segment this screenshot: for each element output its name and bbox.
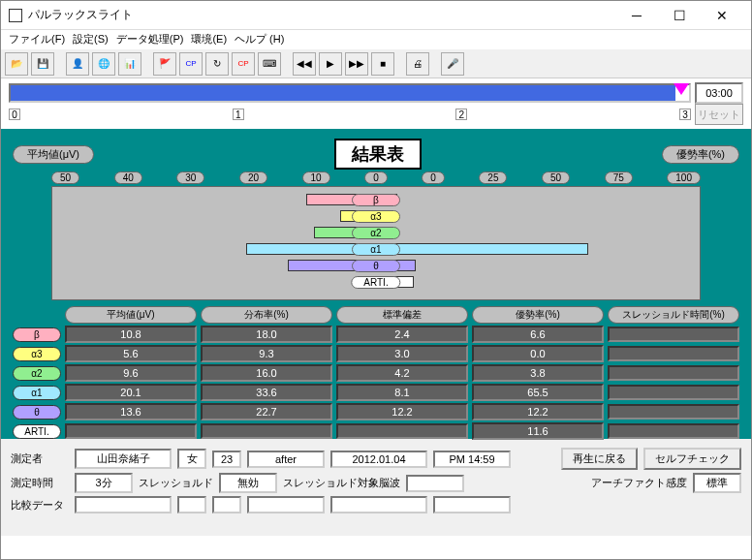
maximize-button[interactable]: ☐ (658, 2, 701, 29)
titlebar: パルラックスライト ─ ☐ ✕ (1, 1, 751, 30)
cell (608, 327, 739, 342)
stop-icon[interactable]: ■ (371, 52, 394, 76)
toolbar: 📂 💾 👤 🌐 📊 🚩 CP ↻ CP ⌨ ◀◀ ▶ ▶▶ ■ 🖨 🎤 (1, 49, 751, 78)
chart-row: θ (52, 258, 700, 273)
meas-time-label: 測定時間 (11, 476, 69, 490)
cell (608, 423, 739, 439)
menu-settings[interactable]: 設定(S) (73, 32, 109, 47)
compare-6 (433, 496, 511, 513)
chart-row: α1 (52, 241, 700, 257)
col-dom: 優勢率(%) (472, 306, 604, 324)
compare-1 (75, 496, 172, 513)
cell (608, 404, 739, 420)
open-icon[interactable]: 📂 (5, 52, 28, 76)
row-label: ARTI. (13, 424, 61, 439)
forward-icon[interactable]: ▶▶ (345, 52, 368, 76)
progress-bar[interactable] (9, 83, 691, 103)
cell: 16.0 (201, 364, 332, 382)
cell: 10.8 (65, 326, 197, 343)
name-field: 山田奈緒子 (75, 449, 172, 469)
chart-row: β (52, 192, 700, 207)
axis-row: 50 40 30 20 10 0 0 25 50 75 100 (13, 171, 739, 184)
menu-help[interactable]: ヘルプ (H) (235, 32, 284, 47)
print-icon[interactable]: 🖨 (406, 52, 429, 76)
cp1-icon[interactable]: CP (179, 52, 203, 76)
cell: 9.6 (65, 364, 197, 382)
progress-marker[interactable] (674, 83, 689, 95)
band-label: α3 (352, 210, 400, 223)
tick-2: 2 (455, 109, 467, 120)
table-row: α120.133.68.165.5 (13, 384, 739, 401)
main-area: 平均値(μV) 結果表 優勢率(%) 50 40 30 20 10 0 0 25… (1, 129, 751, 439)
bar-dom (376, 243, 588, 255)
table-row: ARTI.11.6 (13, 422, 739, 440)
compare-3 (212, 496, 241, 513)
cell: 65.5 (472, 384, 604, 401)
rewind-icon[interactable]: ◀◀ (293, 52, 316, 76)
avg-header: 平均値(μV) (13, 145, 94, 164)
chart-row: ARTI. (52, 274, 700, 290)
cell: 12.2 (336, 403, 468, 420)
axis-tick: 100 (667, 171, 701, 184)
cell (201, 423, 332, 439)
reset-button[interactable]: リセット (695, 104, 743, 125)
threshold-target-field (406, 475, 464, 492)
gender-field: 女 (177, 449, 206, 469)
axis-tick: 20 (239, 171, 267, 184)
dom-header: 優勢率(%) (662, 145, 739, 164)
age-field: 23 (212, 451, 241, 468)
row-label: θ (13, 405, 61, 420)
tick-0: 0 (9, 109, 20, 120)
menu-file[interactable]: ファイル(F) (9, 32, 65, 47)
time-display: 03:00 (695, 82, 743, 104)
compare-2 (177, 496, 206, 513)
cell: 6.6 (472, 326, 604, 343)
axis-tick: 10 (302, 171, 330, 184)
phase-field: after (247, 451, 325, 468)
axis-tick: 50 (542, 171, 570, 184)
cell: 2.4 (336, 326, 468, 343)
menu-env[interactable]: 環境(E) (191, 32, 227, 47)
selfcheck-button[interactable]: セルフチェック (643, 448, 741, 470)
mic-icon[interactable]: 🎤 (441, 52, 464, 76)
time-field: PM 14:59 (433, 451, 511, 468)
axis-tick: 0 (422, 171, 445, 184)
band-label: α2 (352, 227, 400, 239)
minimize-button[interactable]: ─ (615, 2, 658, 29)
axis-tick: 0 (364, 171, 388, 184)
threshold-field: 無効 (219, 473, 277, 493)
result-table: 平均値(μV) 分布率(%) 標準偏差 優勢率(%) スレッショルド時間(%) … (13, 306, 739, 440)
cell (608, 346, 739, 361)
cell: 33.6 (201, 384, 332, 401)
meas-time-field: 3分 (75, 473, 133, 493)
cp2-icon[interactable]: CP (232, 52, 255, 76)
chart-icon[interactable]: 📊 (118, 52, 141, 76)
result-title: 結果表 (334, 139, 422, 170)
app-icon (9, 9, 22, 22)
axis-tick: 40 (114, 171, 142, 184)
progress-fill (11, 85, 675, 101)
threshold-target-label: スレッショルド対象脳波 (283, 476, 400, 490)
menubar: ファイル(F) 設定(S) データ処理(P) 環境(E) ヘルプ (H) (1, 30, 751, 49)
info-area: 測定者 山田奈緒子 女 23 after 2012.01.04 PM 14:59… (1, 439, 751, 536)
cell: 5.6 (65, 345, 197, 362)
save-icon[interactable]: 💾 (31, 52, 54, 76)
table-row: α29.616.04.23.8 (13, 364, 739, 382)
globe-icon[interactable]: 🌐 (92, 52, 115, 76)
refresh-icon[interactable]: ↻ (205, 52, 229, 76)
cell: 13.6 (65, 403, 197, 420)
playback-button[interactable]: 再生に戻る (561, 448, 638, 470)
close-button[interactable]: ✕ (701, 2, 743, 29)
chart-row: α3 (52, 208, 700, 224)
keyboard-icon[interactable]: ⌨ (258, 52, 281, 76)
axis-tick: 75 (605, 171, 633, 184)
user-icon[interactable]: 👤 (66, 52, 89, 76)
band-label: β (352, 194, 400, 206)
flag-icon[interactable]: 🚩 (153, 52, 176, 76)
tick-1: 1 (233, 109, 244, 120)
play-icon[interactable]: ▶ (319, 52, 342, 76)
menu-data[interactable]: データ処理(P) (116, 32, 184, 47)
cell: 3.8 (472, 364, 604, 382)
cell (608, 365, 739, 381)
col-dist: 分布率(%) (201, 306, 332, 324)
